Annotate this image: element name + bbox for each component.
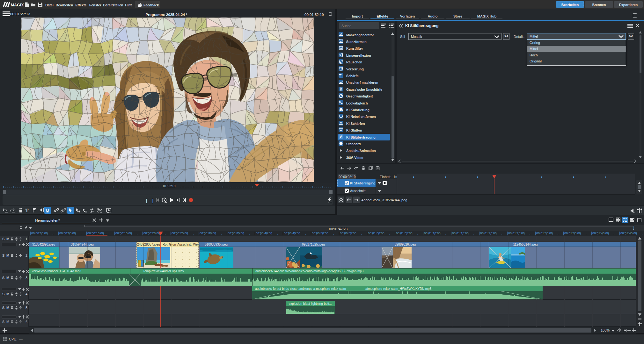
svg-text:00:01:05:00: 00:01:05:00 bbox=[396, 231, 413, 235]
svg-text:00:01:45:00: 00:01:45:00 bbox=[620, 231, 637, 235]
svg-text:00:01:20:00: 00:01:20:00 bbox=[480, 231, 497, 235]
svg-text:00:00:45:00: 00:00:45:00 bbox=[284, 231, 300, 235]
svg-text:00:00:00:00: 00:00:00:00 bbox=[31, 231, 48, 235]
svg-text:]: ] bbox=[152, 198, 153, 203]
svg-text:00:01:10:00: 00:01:10:00 bbox=[424, 231, 441, 235]
svg-text:00:00:20:00: 00:00:20:00 bbox=[143, 231, 160, 235]
svg-text:00:01:30:00: 00:01:30:00 bbox=[536, 231, 553, 235]
svg-text:MAGIX: MAGIX bbox=[11, 3, 24, 7]
svg-text:00:01:00:00: 00:01:00:00 bbox=[368, 231, 384, 235]
svg-text:00:00:55:00: 00:00:55:00 bbox=[340, 231, 356, 235]
svg-text:00:00:15:00: 00:00:15:00 bbox=[115, 231, 132, 235]
svg-text:00:00:35:00: 00:00:35:00 bbox=[228, 231, 244, 235]
svg-text:00:01:15:00: 00:01:15:00 bbox=[452, 231, 469, 235]
svg-text:00:00:40:00: 00:00:40:00 bbox=[256, 231, 272, 235]
svg-text:00:00:50:00: 00:00:50:00 bbox=[312, 231, 328, 235]
svg-text:T: T bbox=[25, 208, 29, 213]
svg-text:00:00:30:00: 00:00:30:00 bbox=[200, 231, 216, 235]
svg-text:00:01:40:00: 00:01:40:00 bbox=[592, 231, 609, 235]
svg-text:[: [ bbox=[146, 198, 148, 203]
svg-text:00:00:25:00: 00:00:25:00 bbox=[172, 231, 188, 235]
svg-text:00:01:35:00: 00:01:35:00 bbox=[564, 231, 581, 235]
svg-text:00:00:05:00: 00:00:05:00 bbox=[59, 231, 76, 235]
svg-text:00:00:10:00: 00:00:10:00 bbox=[87, 231, 104, 235]
svg-text:00:01:25:00: 00:01:25:00 bbox=[508, 231, 525, 235]
